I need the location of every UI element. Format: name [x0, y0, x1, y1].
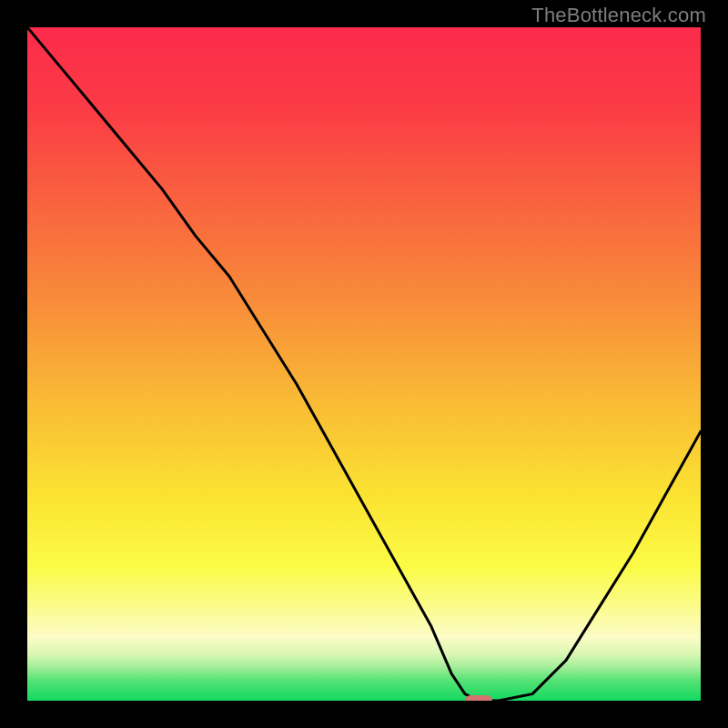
optimal-point-marker: [465, 695, 492, 701]
plot-area: [27, 27, 701, 701]
attribution-label: TheBottleneck.com: [531, 4, 706, 27]
bottleneck-curve: [27, 27, 701, 701]
chart-frame: TheBottleneck.com: [0, 0, 728, 728]
